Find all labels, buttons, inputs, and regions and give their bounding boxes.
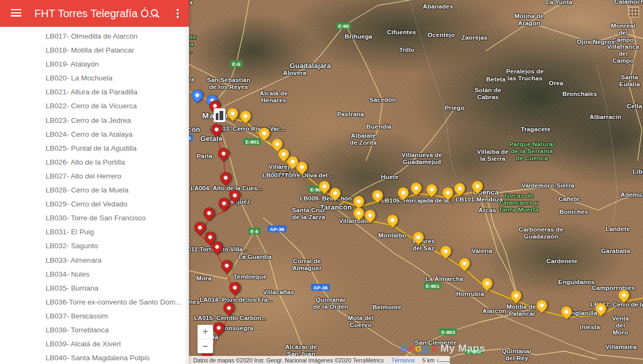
scale-control: 5 km bbox=[422, 357, 469, 363]
red-map-pin[interactable] bbox=[218, 170, 234, 186]
app-header: FHT Torres Telegrafía Ó... bbox=[0, 0, 189, 27]
road-badge: E-5 bbox=[249, 228, 261, 235]
red-map-pin[interactable] bbox=[219, 258, 235, 274]
map-town-label: Albarracín bbox=[590, 114, 622, 121]
yellow-map-pin[interactable] bbox=[479, 276, 495, 292]
list-item-tower[interactable]: LB025- Puntal de la Agudilla bbox=[0, 142, 186, 155]
map-town-label: Camporrobles bbox=[592, 285, 635, 292]
red-map-pin[interactable] bbox=[201, 205, 217, 221]
list-item-tower[interactable]: LB027- Alto del Herrero bbox=[0, 169, 186, 183]
map-town-label: Consuegra bbox=[220, 325, 253, 332]
list-item-tower[interactable]: LB034- Nules bbox=[0, 268, 186, 281]
list-item-tower[interactable]: LB032- Sagunto bbox=[0, 239, 186, 253]
list-item-tower[interactable]: LB028- Cerro de la Muela bbox=[0, 183, 186, 197]
list-item-tower[interactable]: LB029- Cerro del Vedado bbox=[0, 197, 186, 211]
map-town-label: enes bbox=[189, 299, 200, 306]
map-town-label: Trillo bbox=[399, 47, 415, 54]
zoom-in-button[interactable]: + bbox=[198, 325, 213, 339]
yellow-map-pin[interactable] bbox=[438, 243, 454, 259]
road-badge: E-90 bbox=[336, 23, 351, 29]
map-overlay: ríaAbánadesLa YuntaCalamochaMolina de Ar… bbox=[189, 0, 643, 364]
map-town-label: Bronchales bbox=[562, 91, 597, 98]
map-town-label: Venta del Moro bbox=[609, 315, 632, 337]
map-town-label: Tembleque bbox=[233, 273, 267, 280]
road-badge: E-901 bbox=[243, 138, 261, 145]
map-town-label: Beteta bbox=[486, 76, 506, 83]
list-item-tower[interactable]: LB022- Cerro de la Vicuerca bbox=[0, 99, 186, 113]
map-town-label: San Sebastián de los Reyes bbox=[207, 77, 250, 91]
menu-icon[interactable] bbox=[11, 9, 21, 18]
yellow-map-pin[interactable] bbox=[385, 212, 401, 228]
map-marker-label: LB101-Mendoza bbox=[456, 196, 503, 203]
list-item-tower[interactable]: LB020- La Mochuela bbox=[0, 71, 186, 85]
map-town-label: Iniesta bbox=[580, 324, 600, 331]
red-map-pin[interactable] bbox=[216, 146, 232, 162]
list-item-tower[interactable]: LB038- Torreblanca bbox=[0, 323, 186, 337]
list-item-tower[interactable]: LB026- Alto de la Portilla bbox=[0, 155, 186, 169]
map-town-label: Ocentejo bbox=[428, 32, 455, 39]
map-marker-label: LB007- Torre Oliva del ... bbox=[262, 172, 334, 179]
yellow-map-pin[interactable] bbox=[238, 108, 254, 124]
map-park-label: e de ca ... bbox=[189, 34, 196, 55]
map-town-label: Cañete bbox=[558, 196, 580, 203]
list-item-tower[interactable]: LB031- El Puig bbox=[0, 225, 186, 239]
list-item-tower[interactable]: LB036-Torre ex-convento de Santo Dom... bbox=[0, 295, 186, 309]
list-item-tower[interactable]: LB024- Cerro de la Atalaya bbox=[0, 128, 186, 142]
list-item-tower[interactable]: LB030- Torre de San Francisco bbox=[0, 211, 186, 225]
map-town-label: Belmonte bbox=[372, 304, 401, 311]
map-town-label: Libros bbox=[633, 168, 643, 175]
map-town-label: dra bbox=[189, 77, 194, 83]
scale-label: 5 km bbox=[422, 357, 435, 363]
map-town-label: Villacañas bbox=[263, 289, 294, 296]
google-logo: Google bbox=[400, 343, 437, 354]
map-town-label: Alcalá de Henares bbox=[260, 90, 288, 104]
yellow-map-pin[interactable] bbox=[559, 304, 575, 320]
red-map-pin[interactable] bbox=[211, 320, 227, 336]
map-town-label: Guadalajara bbox=[290, 62, 331, 70]
list-item-tower[interactable]: LB037- Benicàssim bbox=[0, 309, 186, 323]
yellow-map-pin[interactable] bbox=[424, 182, 440, 198]
yellow-map-pin[interactable] bbox=[508, 288, 524, 304]
list-item-tower[interactable]: LB033- Almenara bbox=[0, 254, 186, 268]
map-town-label: Parla bbox=[196, 153, 212, 160]
list-item-tower[interactable]: LB023- Cerro de la Jedrea bbox=[0, 114, 186, 128]
list-item-tower[interactable]: LB035- Burriana bbox=[0, 281, 186, 295]
blue-map-pin[interactable] bbox=[189, 87, 206, 103]
yellow-map-pin[interactable] bbox=[457, 256, 473, 272]
list-item-tower[interactable]: LB021- Altura de la Paradilla bbox=[0, 85, 186, 99]
list-item-tower[interactable]: LB039- Alcalá de Xivert bbox=[0, 337, 186, 351]
terms-link[interactable]: Términos bbox=[391, 357, 415, 363]
map-town-label: Ademuz bbox=[620, 191, 643, 198]
map-town-label: Villalba de la Sierra bbox=[477, 148, 509, 162]
list-item-tower[interactable]: LB017- Olmedilla de Alarcón bbox=[0, 29, 186, 43]
red-map-pin[interactable] bbox=[227, 280, 243, 296]
attribution-text: Datos de mapas ©2020 Inst. Geogr. Nacion… bbox=[193, 357, 384, 363]
road-badge: E-903 bbox=[439, 329, 457, 336]
map-town-label: Calamocha bbox=[614, 0, 643, 6]
map-town-label: Cella bbox=[627, 103, 642, 110]
search-icon[interactable] bbox=[150, 9, 160, 18]
zoom-out-button[interactable]: − bbox=[198, 339, 213, 353]
yellow-map-pin[interactable] bbox=[408, 180, 425, 196]
map-town-label: Cardenete bbox=[546, 258, 578, 265]
map-marker-label: LA004- Alto de la Cues... bbox=[191, 185, 262, 191]
map-town-label: Villamalea bbox=[605, 344, 637, 351]
map-town-label: Tragacete bbox=[521, 126, 551, 133]
map-town-label: Getafe bbox=[200, 135, 223, 143]
list-item-tower[interactable]: LB018- Motilla del Palancar bbox=[0, 43, 186, 57]
map-town-label: Corral de Almaguer bbox=[293, 258, 322, 272]
list-item-tower[interactable]: LB019- Atalayón bbox=[0, 57, 186, 71]
map-town-label: Peralejos de las Truchas bbox=[506, 68, 544, 82]
yellow-map-pin[interactable] bbox=[452, 181, 468, 197]
map-town-label: Alcorcón bbox=[189, 126, 200, 134]
map-town-label: Alovera bbox=[283, 70, 306, 77]
map-attribution-bar: Datos de mapas ©2020 Inst. Geogr. Nacion… bbox=[189, 356, 450, 364]
google-my-maps-watermark[interactable]: GoogleMy Maps bbox=[400, 343, 485, 354]
map-canvas[interactable]: ríaAbánadesLa YuntaCalamochaMolina de Ar… bbox=[189, 0, 643, 364]
sidebar-scrollbar[interactable] bbox=[186, 27, 189, 364]
more-options-icon[interactable] bbox=[176, 9, 179, 18]
map-town-label: Boniches bbox=[559, 209, 588, 216]
list-item-tower[interactable]: LB040- Santa Magdalena Polpis bbox=[0, 351, 186, 364]
map-town-label: Quintanar del Rey bbox=[502, 348, 532, 362]
map-town-label: Villafranca del Campo bbox=[607, 43, 639, 65]
